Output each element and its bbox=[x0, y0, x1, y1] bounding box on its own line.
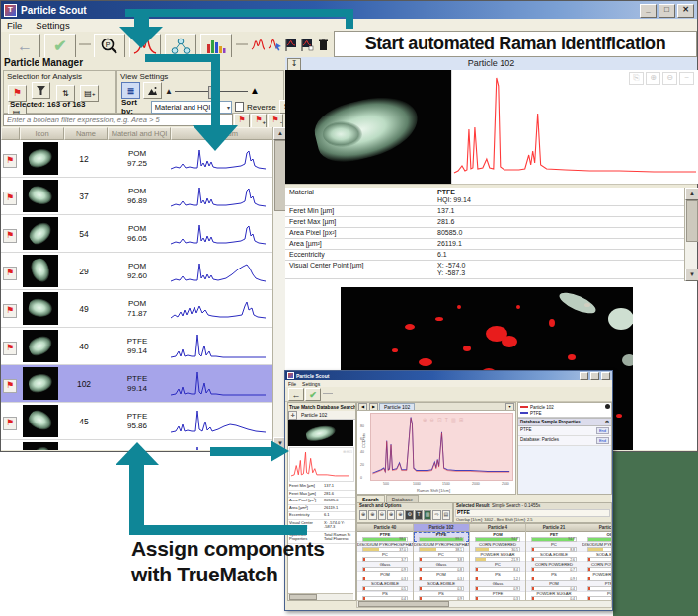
result-row[interactable]: SODA-EDIBLE0.5 bbox=[357, 581, 413, 591]
particle-row-49[interactable]: ⚑49POM71.87 bbox=[1, 290, 273, 328]
particle-row-40[interactable]: ⚑40PTFE99.14 bbox=[1, 328, 273, 365]
flag-cell[interactable]: ⚑ bbox=[1, 337, 19, 355]
zoom-x-icon[interactable]: ⊕ bbox=[387, 510, 395, 520]
flag-add-button[interactable]: ⚑+ bbox=[251, 114, 267, 128]
result-row[interactable]: POWDER SUGAR3.0 bbox=[582, 572, 612, 581]
result-column-header[interactable]: Particle 40 bbox=[357, 524, 413, 532]
scroll-down-icon[interactable]: ▼ bbox=[685, 269, 698, 281]
export-plot-icon[interactable]: ⎘ bbox=[629, 72, 644, 85]
minimize-button[interactable] bbox=[580, 372, 588, 380]
move-icon[interactable]: ✛ bbox=[288, 411, 297, 420]
properties-scrollbar[interactable]: ▲ ▼ bbox=[684, 188, 697, 281]
minimize-button[interactable]: _ bbox=[640, 4, 657, 18]
comparison-spectrum-plot[interactable]: CCD cts 020406080 ⊕ ⊖ ⊡ T ▥ ⊞ 5001000150… bbox=[356, 410, 516, 495]
db-action-button[interactable]: End bbox=[596, 427, 609, 434]
result-row[interactable]: Glass0.9 bbox=[357, 562, 413, 572]
menu-settings[interactable]: Settings bbox=[302, 381, 320, 387]
scrollbar-thumb[interactable] bbox=[686, 200, 698, 242]
flag-cell[interactable]: ⚑ bbox=[1, 149, 19, 168]
maximize-button[interactable]: □ bbox=[659, 4, 675, 18]
flag-filter-button[interactable]: ⚑ bbox=[8, 85, 27, 102]
result-column-header[interactable]: Particle 102 bbox=[414, 524, 469, 532]
result-row[interactable]: PC8.8 bbox=[526, 542, 582, 552]
flag-cell[interactable]: ⚑ bbox=[1, 262, 19, 280]
particle-image[interactable] bbox=[285, 70, 451, 184]
db-action-button[interactable]: End bbox=[596, 437, 609, 444]
delete-button[interactable] bbox=[315, 35, 331, 54]
result-row[interactable]: POM0.4 bbox=[526, 581, 582, 591]
results-scrollbar[interactable] bbox=[356, 600, 612, 608]
flag-cell[interactable]: ⚑ bbox=[1, 224, 19, 243]
result-row[interactable]: OIL97.0 bbox=[582, 532, 612, 542]
flag-cell[interactable]: ⚑ bbox=[1, 299, 19, 318]
accept-button[interactable]: ✔ bbox=[305, 388, 321, 401]
result-row[interactable]: PC8.4 bbox=[470, 562, 525, 572]
back-button[interactable]: ← bbox=[288, 388, 304, 401]
settings-gear-icon[interactable]: ⚙ bbox=[405, 510, 413, 520]
particle-thumbnail[interactable] bbox=[288, 420, 353, 446]
menu-file[interactable]: File bbox=[7, 20, 22, 31]
close-button[interactable] bbox=[601, 372, 610, 380]
zoom-in-icon[interactable]: ⊕ bbox=[368, 510, 376, 520]
result-row[interactable]: DISODIUM PYROPHOSPHATE38.1 bbox=[414, 542, 469, 552]
particle-row-29[interactable]: ⚑29POM92.60 bbox=[1, 253, 273, 290]
database-icon[interactable]: ▥ bbox=[424, 510, 431, 520]
column-icon[interactable]: Icon bbox=[20, 127, 63, 140]
particle-row-54[interactable]: ⚑54POM96.05 bbox=[1, 215, 273, 253]
reverse-checkbox[interactable] bbox=[235, 102, 244, 112]
peak-tool-icon[interactable]: ~ bbox=[679, 72, 694, 85]
db-sample-row[interactable]: PTFEEnd bbox=[518, 426, 611, 436]
zoom-y-icon[interactable]: ⊕ bbox=[396, 510, 404, 520]
report-icon[interactable]: ▤ bbox=[442, 510, 450, 520]
result-row[interactable]: POM0.3 bbox=[414, 572, 469, 581]
back-button[interactable]: ← bbox=[9, 34, 40, 58]
particle-row-45[interactable]: ⚑45PTFE95.86 bbox=[1, 403, 273, 440]
zoom-in-icon[interactable]: ⊕ bbox=[646, 72, 660, 85]
result-column-header[interactable]: Particle 15 bbox=[582, 524, 612, 532]
scrollbar-thumb[interactable] bbox=[358, 601, 449, 607]
particle-spectrum-thumbnail[interactable]: ⊕⊖⊡ bbox=[289, 447, 354, 482]
settings-gear-icon[interactable] bbox=[605, 404, 610, 409]
menu-settings[interactable]: Settings bbox=[36, 20, 69, 31]
column-flag[interactable] bbox=[1, 127, 20, 140]
flag-spectrum-add-button[interactable] bbox=[299, 35, 315, 54]
column-name[interactable]: Name bbox=[64, 127, 108, 140]
result-row[interactable]: CORN POWDERED30.5 bbox=[470, 542, 525, 552]
list-view-button[interactable]: ≣ bbox=[121, 82, 140, 99]
result-row[interactable]: POM0.3 bbox=[357, 572, 413, 581]
result-row[interactable]: DISODIUM PYROPHOSPHATE35.0 bbox=[582, 542, 612, 552]
db-sample-row[interactable]: Database: ParticlesEnd bbox=[518, 436, 611, 446]
result-row[interactable]: POWDER SUGAR21.9 bbox=[470, 552, 525, 562]
result-row[interactable]: DISODIUM PYROPHOSPHATE37.0 bbox=[357, 542, 413, 552]
close-button[interactable]: ✕ bbox=[677, 4, 694, 18]
accept-button[interactable]: ✔ bbox=[44, 34, 76, 58]
result-row[interactable]: CORN POWDERED0.7 bbox=[526, 562, 582, 572]
filter-sum-button[interactable] bbox=[32, 82, 50, 99]
result-row[interactable]: PC3.8 bbox=[414, 552, 469, 562]
result-row[interactable]: PTFE1.0 bbox=[582, 581, 612, 591]
flag-cell[interactable]: ⚑ bbox=[1, 374, 19, 393]
maximize-button[interactable] bbox=[590, 372, 599, 380]
result-row[interactable]: PS1.2 bbox=[470, 572, 525, 581]
result-row[interactable]: SODA-EDIBLE2.6 bbox=[526, 552, 582, 562]
particle-row-102[interactable]: ⚑102PTFE99.14 bbox=[1, 365, 273, 403]
zoom-out-icon[interactable]: ⊖ bbox=[662, 72, 677, 85]
result-column-header[interactable]: Particle 21 bbox=[526, 524, 582, 532]
result-column-header[interactable]: Particle 4 bbox=[470, 524, 525, 532]
result-row[interactable]: PC3.7 bbox=[357, 552, 413, 562]
scrollbar-thumb[interactable] bbox=[289, 594, 317, 600]
flag-remove-button[interactable]: ⚑- bbox=[268, 114, 283, 128]
image-view-button[interactable] bbox=[143, 82, 162, 99]
result-row[interactable]: POM94.9 bbox=[470, 532, 525, 542]
plot-area[interactable]: ⊕ ⊖ ⊡ T ▥ ⊞ bbox=[370, 413, 513, 481]
zoom-all-icon[interactable]: ⊕ bbox=[359, 510, 367, 520]
result-row[interactable]: PTFE99.1 bbox=[414, 532, 469, 542]
export-icon[interactable]: ⇨ bbox=[432, 510, 440, 520]
zoom-out-icon[interactable]: ⊖ bbox=[378, 510, 386, 520]
scroll-up-icon[interactable]: ▲ bbox=[685, 188, 698, 200]
left-panel-scrollbar[interactable] bbox=[288, 593, 353, 600]
result-row[interactable]: SODA-EDIBLE8.0 bbox=[582, 552, 612, 562]
flag-cell[interactable]: ⚑ bbox=[1, 412, 19, 430]
particle-spectrum-plot[interactable]: ⎘ ⊕ ⊖ ~ bbox=[451, 70, 698, 184]
particle-row-37[interactable]: ⚑37POM96.89 bbox=[1, 178, 273, 215]
